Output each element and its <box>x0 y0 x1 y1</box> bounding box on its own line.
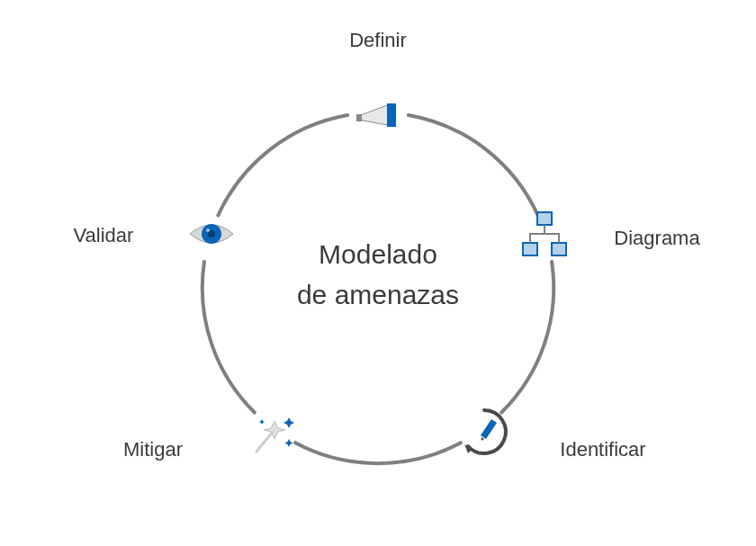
label-mitigar: Mitigar <box>123 438 183 461</box>
hierarchy-icon <box>518 207 572 261</box>
diagram-title: Modelado de amenazas <box>243 234 513 315</box>
svg-rect-2 <box>537 212 552 225</box>
node-diagrama <box>518 207 572 261</box>
label-definir: Definir <box>349 29 407 52</box>
threat-modeling-cycle-diagram: Modelado de amenazas Definir Diagrama Id… <box>0 0 756 546</box>
eye-icon <box>184 207 238 261</box>
node-validar <box>184 207 238 261</box>
megaphone-icon <box>351 85 405 139</box>
svg-line-6 <box>256 432 273 452</box>
svg-rect-0 <box>387 103 396 127</box>
svg-point-5 <box>482 438 484 441</box>
label-validar: Validar <box>74 224 134 247</box>
svg-point-9 <box>206 228 210 232</box>
svg-rect-1 <box>356 114 362 121</box>
svg-rect-3 <box>523 243 537 255</box>
node-definir <box>351 85 405 139</box>
pen-circle-icon <box>455 403 513 461</box>
label-identificar: Identificar <box>560 438 645 461</box>
label-diagrama: Diagrama <box>614 227 699 250</box>
node-mitigar <box>248 403 302 457</box>
title-line-1: Modelado <box>243 234 513 274</box>
title-line-2: de amenazas <box>243 274 513 315</box>
svg-rect-4 <box>552 243 566 255</box>
node-identificar <box>455 403 509 457</box>
wand-icon <box>248 403 302 457</box>
